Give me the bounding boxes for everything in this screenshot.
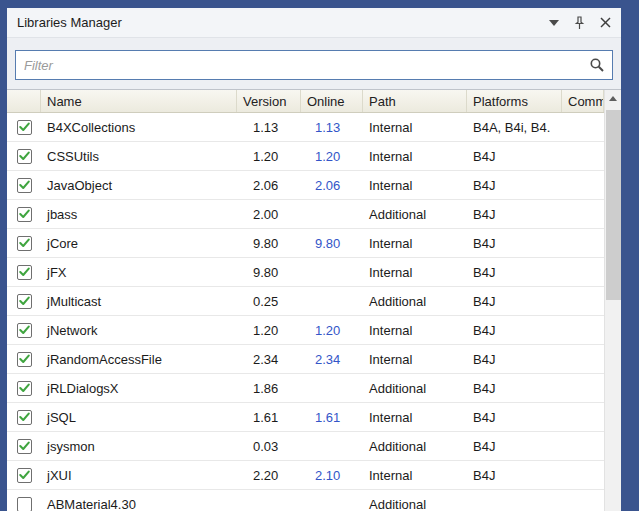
cell-name: jFX xyxy=(41,265,237,280)
column-header-check[interactable] xyxy=(7,90,41,112)
row-checkbox[interactable] xyxy=(17,352,32,367)
column-header-path[interactable]: Path xyxy=(363,90,467,112)
row-checkbox[interactable] xyxy=(17,207,32,222)
table-row[interactable]: jNetwork 1.20 1.20 Internal B4J xyxy=(7,316,604,345)
cell-name: jCore xyxy=(41,236,237,251)
filter-input[interactable] xyxy=(16,51,612,79)
scrollbar-thumb[interactable] xyxy=(606,110,621,300)
filter-box xyxy=(15,50,613,80)
cell-platforms: B4J xyxy=(467,207,562,222)
table-row[interactable]: jRandomAccessFile 2.34 2.34 Internal B4J xyxy=(7,345,604,374)
table-row[interactable]: ABMaterial4.30 Additional xyxy=(7,490,604,511)
cell-version: 2.34 xyxy=(237,352,301,367)
cell-name: CSSUtils xyxy=(41,149,237,164)
table-row[interactable]: jbass 2.00 Additional B4J xyxy=(7,200,604,229)
row-checkbox[interactable] xyxy=(17,381,32,396)
cell-version: 9.80 xyxy=(237,236,301,251)
row-checkbox[interactable] xyxy=(17,497,32,511)
cell-path: Additional xyxy=(363,497,467,511)
row-checkbox[interactable] xyxy=(17,149,32,164)
table-row[interactable]: jMulticast 0.25 Additional B4J xyxy=(7,287,604,316)
row-checkbox[interactable] xyxy=(17,294,32,309)
column-header-version[interactable]: Version xyxy=(237,90,301,112)
cell-online[interactable]: 1.20 xyxy=(301,149,363,164)
cell-version: 2.06 xyxy=(237,178,301,193)
cell-name: jRLDialogsX xyxy=(41,381,237,396)
column-header-platforms[interactable]: Platforms xyxy=(467,90,562,112)
cell-path: Additional xyxy=(363,439,467,454)
grid-body: B4XCollections 1.13 1.13 Internal B4A, B… xyxy=(7,113,604,511)
row-checkbox[interactable] xyxy=(17,468,32,483)
cell-online[interactable]: 2.06 xyxy=(301,178,363,193)
close-icon[interactable] xyxy=(598,15,613,30)
cell-path: Internal xyxy=(363,468,467,483)
cell-online[interactable]: 2.34 xyxy=(301,352,363,367)
cell-online[interactable]: 2.10 xyxy=(301,468,363,483)
cell-path: Internal xyxy=(363,265,467,280)
column-header-name[interactable]: Name xyxy=(41,90,237,112)
table-row[interactable]: CSSUtils 1.20 1.20 Internal B4J xyxy=(7,142,604,171)
cell-version: 0.25 xyxy=(237,294,301,309)
cell-platforms: B4J xyxy=(467,410,562,425)
table-row[interactable]: jCore 9.80 9.80 Internal B4J xyxy=(7,229,604,258)
libraries-grid: Name Version Online Path Platforms Comm … xyxy=(7,89,621,511)
cell-version: 2.20 xyxy=(237,468,301,483)
filter-area xyxy=(7,38,621,89)
cell-version: 1.20 xyxy=(237,149,301,164)
cell-online[interactable]: 9.80 xyxy=(301,236,363,251)
cell-path: Internal xyxy=(363,323,467,338)
cell-name: JavaObject xyxy=(41,178,237,193)
pin-icon[interactable] xyxy=(572,15,587,30)
libraries-manager-panel: Libraries Manager xyxy=(7,8,621,511)
cell-platforms: B4J xyxy=(467,236,562,251)
cell-version: 1.86 xyxy=(237,381,301,396)
table-row[interactable]: jSQL 1.61 1.61 Internal B4J xyxy=(7,403,604,432)
cell-platforms: B4J xyxy=(467,178,562,193)
cell-version: 1.20 xyxy=(237,323,301,338)
cell-path: Internal xyxy=(363,236,467,251)
cell-online[interactable]: 1.20 xyxy=(301,323,363,338)
grid-header: Name Version Online Path Platforms Comm xyxy=(7,90,604,113)
cell-path: Internal xyxy=(363,178,467,193)
table-row[interactable]: jFX 9.80 Internal B4J xyxy=(7,258,604,287)
column-header-online[interactable]: Online xyxy=(301,90,363,112)
panel-title: Libraries Manager xyxy=(17,15,122,30)
cell-name: jMulticast xyxy=(41,294,237,309)
cell-path: Internal xyxy=(363,120,467,135)
cell-path: Internal xyxy=(363,149,467,164)
cell-version: 9.80 xyxy=(237,265,301,280)
cell-online[interactable]: 1.61 xyxy=(301,410,363,425)
cell-name: jNetwork xyxy=(41,323,237,338)
chevron-down-icon[interactable] xyxy=(546,15,561,30)
cell-platforms: B4J xyxy=(467,294,562,309)
row-checkbox[interactable] xyxy=(17,120,32,135)
panel-titlebar[interactable]: Libraries Manager xyxy=(7,8,621,38)
row-checkbox[interactable] xyxy=(17,410,32,425)
cell-name: jSQL xyxy=(41,410,237,425)
cell-path: Additional xyxy=(363,207,467,222)
row-checkbox[interactable] xyxy=(17,178,32,193)
row-checkbox[interactable] xyxy=(17,439,32,454)
cell-platforms: B4J xyxy=(467,265,562,280)
cell-version: 0.03 xyxy=(237,439,301,454)
cell-platforms: B4J xyxy=(467,439,562,454)
row-checkbox[interactable] xyxy=(17,265,32,280)
column-header-comments[interactable]: Comm xyxy=(562,90,604,112)
row-checkbox[interactable] xyxy=(17,236,32,251)
table-row[interactable]: jsysmon 0.03 Additional B4J xyxy=(7,432,604,461)
cell-platforms: B4J xyxy=(467,381,562,396)
cell-name: jRandomAccessFile xyxy=(41,352,237,367)
table-row[interactable]: B4XCollections 1.13 1.13 Internal B4A, B… xyxy=(7,113,604,142)
cell-online[interactable]: 1.13 xyxy=(301,120,363,135)
table-row[interactable]: JavaObject 2.06 2.06 Internal B4J xyxy=(7,171,604,200)
vertical-scrollbar[interactable] xyxy=(604,90,621,511)
cell-version: 1.61 xyxy=(237,410,301,425)
table-row[interactable]: jRLDialogsX 1.86 Additional B4J xyxy=(7,374,604,403)
row-checkbox[interactable] xyxy=(17,323,32,338)
cell-platforms: B4J xyxy=(467,149,562,164)
cell-name: jsysmon xyxy=(41,439,237,454)
cell-name: jbass xyxy=(41,207,237,222)
scroll-up-button[interactable] xyxy=(605,90,621,107)
table-row[interactable]: jXUI 2.20 2.10 Internal B4J xyxy=(7,461,604,490)
magnifier-icon xyxy=(589,57,605,77)
